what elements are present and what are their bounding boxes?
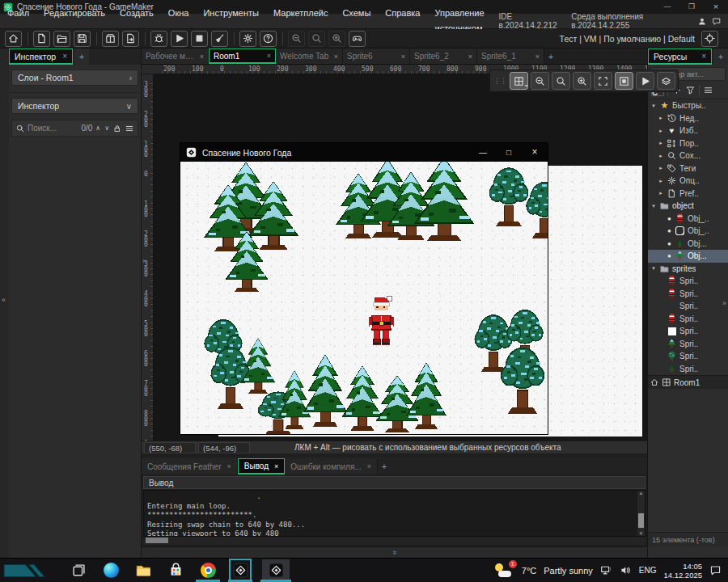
target-button[interactable] (701, 31, 718, 47)
close-icon[interactable]: × (274, 462, 278, 470)
temperature[interactable]: 7°C (522, 566, 536, 576)
inspector-dropdown[interactable]: Инспектор ∨ (11, 98, 138, 114)
close-icon[interactable]: × (701, 52, 706, 61)
resource-item[interactable]: ▸Pref.. (648, 188, 728, 200)
scrollbar-thumb[interactable] (638, 513, 644, 528)
expand-ruler-icon[interactable]: » (142, 257, 146, 265)
resource-item[interactable]: ▸Нед.. (648, 112, 728, 125)
close-icon[interactable]: × (227, 462, 231, 470)
scrollbar-thumb[interactable] (146, 538, 168, 543)
language-indicator[interactable]: ENG (639, 566, 657, 575)
scroll-down-icon[interactable]: ▼ (637, 531, 645, 536)
account-icon[interactable] (697, 16, 707, 27)
tab-sprite6[interactable]: Sprite6× (343, 48, 410, 64)
new-tab-button[interactable]: + (378, 458, 391, 474)
start-button[interactable] (3, 562, 45, 580)
expander-icon[interactable]: ▸ (658, 178, 664, 184)
taskbar-store-icon[interactable] (165, 559, 186, 582)
resource-item[interactable]: ▸Пор.. (648, 137, 728, 150)
taskbar-gmicon-icon[interactable] (230, 559, 251, 582)
expander-icon[interactable]: ▾ (650, 103, 657, 109)
expander-icon[interactable]: ▸ (658, 140, 664, 146)
game-scene[interactable] (180, 162, 548, 434)
taskbar-gmicon-icon[interactable] (262, 559, 290, 582)
taskbar-edge-icon[interactable] (100, 559, 121, 582)
game-minimize-icon[interactable]: — (470, 143, 496, 162)
tab--[interactable]: Ошибки компиля...× (285, 458, 378, 474)
game-window-titlebar[interactable]: Спасение Нового Года — □ × (180, 143, 548, 162)
resource-item[interactable]: Spri.. (648, 325, 728, 338)
console-output[interactable]: . Entering main loop. ******************… (144, 491, 645, 537)
griddd-button[interactable]: ▾ (510, 72, 528, 90)
room-canvas[interactable]: 3 0 02 0 01 0 001 0 02 0 03 0 04 0 05 0 … (142, 74, 647, 441)
newfile-button[interactable] (33, 31, 50, 47)
stop-button[interactable] (191, 31, 208, 47)
resource-item[interactable]: Spri.. (648, 288, 728, 301)
resource-item[interactable]: Spri.. (648, 275, 728, 288)
resource-item[interactable]: Spri.. (648, 313, 728, 326)
zoomout-button[interactable] (531, 72, 549, 90)
play-button[interactable] (171, 31, 188, 47)
close-icon[interactable]: × (535, 53, 540, 61)
expander-icon[interactable]: ▾ (650, 265, 657, 272)
layers-section-header[interactable]: Слои - Room1 › (11, 70, 138, 86)
centerv-button[interactable] (615, 72, 633, 90)
close-icon[interactable]: × (468, 53, 472, 61)
close-icon[interactable]: × (367, 462, 371, 470)
search-input[interactable]: Поиск... (28, 124, 78, 133)
volume-icon[interactable] (620, 564, 632, 576)
close-icon[interactable]: × (401, 53, 405, 61)
taskbar-chrome-icon[interactable] (197, 559, 218, 582)
horizontal-scrollbar[interactable] (143, 537, 645, 545)
save-button[interactable] (74, 31, 91, 47)
help-button[interactable] (260, 31, 277, 47)
resource-item[interactable]: ●Obj_.. (648, 225, 728, 238)
feedback-icon[interactable] (712, 16, 722, 27)
expander-icon[interactable]: ▸ (658, 128, 664, 134)
home-button[interactable] (5, 31, 22, 47)
clean-button[interactable] (211, 31, 228, 47)
resource-item[interactable]: Spri.. (648, 350, 728, 363)
collapse-output-strip[interactable]: » (142, 546, 647, 559)
console[interactable]: . Entering main loop. ******************… (143, 490, 645, 537)
tab-resources[interactable]: Ресурсы × (648, 48, 712, 65)
resource-item[interactable]: ●Obj... (648, 250, 728, 263)
resource-item[interactable]: Spri.. (648, 363, 728, 376)
expander-icon[interactable]: ▸ (658, 115, 664, 121)
close-icon[interactable]: × (267, 52, 271, 60)
tab--[interactable]: Рабочее мес...× (142, 48, 209, 64)
weather-icon[interactable]: 1 (495, 563, 514, 578)
weather-condition[interactable]: Partly sunny (544, 566, 593, 576)
zoomin-button[interactable] (573, 72, 591, 90)
search-prev-button[interactable]: ∧ (95, 124, 101, 132)
game-maximize-icon[interactable]: □ (496, 143, 522, 162)
clock[interactable]: 14:05 14.12.2025 (663, 562, 702, 580)
debug-button[interactable] (150, 31, 167, 47)
deploy-button[interactable] (122, 31, 139, 47)
close-icon[interactable]: × (200, 53, 204, 61)
resource-item[interactable]: ▾★Быстры.. (648, 99, 728, 112)
left-collapse-strip[interactable]: « (0, 48, 9, 558)
search-next-button[interactable]: ∨ (104, 124, 110, 132)
taskbar-explorer-icon[interactable] (133, 559, 154, 582)
resource-item[interactable]: ▾sprites (648, 263, 728, 276)
gear-button[interactable] (239, 31, 256, 47)
resource-item[interactable]: ●Obj... (648, 238, 728, 251)
resource-item[interactable]: ▸♥Изб.. (648, 124, 728, 137)
add-panel-tab-button[interactable]: + (74, 48, 89, 65)
notifications-icon[interactable] (709, 564, 722, 576)
lock-icon[interactable] (112, 124, 122, 133)
expander-icon[interactable]: ▸ (658, 165, 664, 171)
expander-icon[interactable]: ▸ (658, 153, 664, 159)
tab-sprite6_2[interactable]: Sprite6_2× (410, 48, 477, 64)
scroll-up-icon[interactable]: ▲ (637, 491, 645, 496)
play-button[interactable] (636, 72, 654, 90)
open-button[interactable] (53, 31, 70, 47)
gamepad-button[interactable] (349, 31, 366, 47)
tab-room1[interactable]: Room1× (209, 48, 276, 64)
tab-inspector[interactable]: Инспектор × (9, 48, 73, 65)
drag-handle-icon[interactable]: ⋮⋮ (493, 77, 507, 85)
tab-sprite6_1[interactable]: Sprite6_1× (477, 48, 544, 64)
resource-item[interactable]: ▸Теги (648, 162, 728, 175)
add-panel-tab-button[interactable]: + (713, 48, 728, 65)
